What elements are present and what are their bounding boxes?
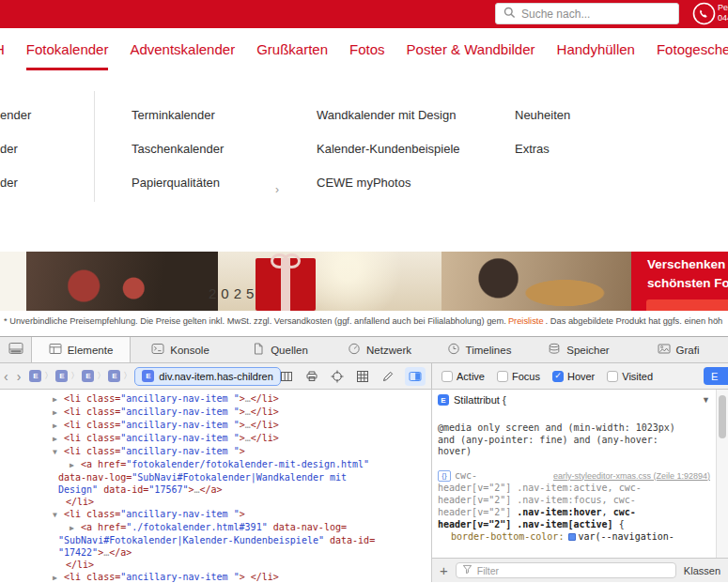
megamenu-item[interactable]: Kalender-Kundenbeispiele bbox=[317, 142, 460, 156]
media-query-line[interactable]: and (any-pointer: fine) and (any-hover: bbox=[438, 435, 710, 447]
add-rule-button[interactable]: + bbox=[440, 563, 448, 577]
pseudo-toggle-hover[interactable]: Hover bbox=[552, 371, 595, 382]
megamenu-item[interactable]: der bbox=[0, 176, 31, 190]
nav-item-poster-wandbilder[interactable]: Poster & Wandbilder bbox=[407, 28, 535, 70]
draw-icon[interactable] bbox=[379, 368, 396, 385]
breadcrumb-selected-node[interactable]: E div.nav-item.has-children bbox=[134, 367, 280, 386]
disclosure-triangle[interactable]: ▶ bbox=[53, 572, 64, 582]
columns-icon[interactable] bbox=[278, 368, 295, 385]
disclosure-triangle[interactable]: ▶ bbox=[53, 433, 64, 445]
price-list-link[interactable]: Preisliste bbox=[508, 316, 544, 326]
search-input[interactable]: Suche nach... bbox=[495, 3, 679, 24]
collapse-chevron-icon[interactable] bbox=[702, 395, 710, 405]
dom-tree-row[interactable]: "SubNavi#Fotokalender|Kalender-Kundenbei… bbox=[0, 534, 431, 546]
split-icon[interactable] bbox=[405, 367, 426, 386]
tab-timelines[interactable]: Timelines bbox=[429, 337, 529, 362]
tab-grafi[interactable]: Grafi bbox=[628, 337, 728, 362]
nav-item-handyhüllen[interactable]: Handyhüllen bbox=[557, 28, 635, 70]
disclosure-triangle[interactable]: ▶ bbox=[70, 459, 81, 471]
css-variable-swatch[interactable] bbox=[568, 533, 576, 541]
checkbox-active[interactable] bbox=[441, 371, 453, 382]
grid-icon[interactable] bbox=[354, 368, 371, 385]
css-selector-line[interactable]: header[v="2"] .nav-item:active, cwc- bbox=[438, 482, 710, 494]
element-badge[interactable]: E bbox=[82, 370, 94, 382]
inspector-second-toolbar: ‹ › E〉E〉E〉E〉 E div.nav-item.has-children… bbox=[0, 363, 728, 390]
megamenu-item[interactable]: ender bbox=[0, 108, 31, 122]
css-property-row[interactable]: border-bottom-color:var(--navigation- bbox=[438, 530, 710, 543]
dom-tree-row[interactable]: ▶<li class="ancillary-nav-item ">…</li> bbox=[0, 419, 431, 432]
print-icon[interactable] bbox=[303, 368, 320, 385]
stylesheet-source-link[interactable]: early-styleeditor-xmas.css (Zeile 1:9289… bbox=[553, 471, 710, 481]
promo-panel[interactable]: Verschenken S schönsten Fot bbox=[631, 252, 728, 311]
dom-tree-row[interactable]: data-nav-log="SubNavi#Fotokalender|Wandk… bbox=[0, 471, 431, 483]
dom-tree-row[interactable]: ▶<li class="ancillary-nav-item ">…</li> bbox=[0, 392, 431, 406]
phone-icon[interactable] bbox=[692, 2, 716, 25]
nav-item-grußkarten[interactable]: Grußkarten bbox=[256, 28, 328, 70]
pseudo-toggle-focus[interactable]: Focus bbox=[497, 371, 540, 382]
disclosure-triangle[interactable]: ▼ bbox=[53, 509, 64, 521]
dom-tree-row[interactable]: ▶<li class="ancillary-nav-item ">…</li> bbox=[0, 432, 431, 445]
classes-button[interactable]: Klassen bbox=[684, 565, 720, 576]
dom-tree-row[interactable]: ▶<li class="ancillary-nav-item "> </li> bbox=[0, 571, 431, 582]
megamenu-item[interactable]: Terminkalender bbox=[132, 108, 224, 122]
css-selector-line[interactable]: header[v="2"] .nav-item:hover, cwc- bbox=[438, 506, 710, 518]
nav-item-fotokalender[interactable]: Fotokalender bbox=[26, 28, 109, 70]
css-rule-header[interactable]: {} cwc- early-styleeditor-xmas.css (Zeil… bbox=[438, 470, 710, 482]
checkbox-visited[interactable] bbox=[607, 371, 618, 382]
dom-tree-row[interactable]: ▼<li class="ancillary-nav-item "> bbox=[0, 508, 431, 521]
dom-tree-row[interactable]: </li> bbox=[0, 496, 431, 508]
megamenu-item[interactable]: Extras bbox=[515, 142, 570, 156]
dom-tree-row[interactable]: ▼<li class="ancillary-nav-item "> bbox=[0, 445, 431, 458]
element-badge[interactable]: E bbox=[108, 370, 120, 382]
nav-item-fotogeschenke[interactable]: Fotogeschenke bbox=[657, 28, 728, 70]
dom-tree-row[interactable]: ▶<li class="ancillary-nav-item ">…</li> bbox=[0, 406, 431, 419]
dock-side-button[interactable] bbox=[0, 337, 31, 362]
tab-konsole[interactable]: Konsole bbox=[131, 337, 230, 362]
dom-tree-row[interactable]: ▶<a href="fotokalender/fotokalender-mit-… bbox=[0, 458, 431, 471]
megamenu-item[interactable]: Wandkalender mit Design bbox=[317, 108, 460, 122]
pseudo-toggle-visited[interactable]: Visited bbox=[607, 371, 653, 382]
megamenu-item[interactable]: CEWE myPhotos bbox=[317, 176, 460, 190]
promo-cta-button[interactable] bbox=[646, 299, 728, 311]
history-back-icon[interactable]: ‹ bbox=[0, 369, 17, 384]
media-query-line[interactable]: hover) bbox=[438, 446, 710, 458]
style-attribute-section[interactable]: E Stilattribut { bbox=[438, 394, 710, 406]
disclosure-triangle[interactable]: ▶ bbox=[53, 407, 64, 419]
dom-tree-row[interactable]: Design" data-id="17567">…</a> bbox=[0, 483, 431, 496]
megamenu-item[interactable]: der bbox=[0, 142, 31, 156]
target-icon[interactable] bbox=[329, 368, 346, 385]
history-forward-icon[interactable]: › bbox=[17, 369, 30, 384]
tab-speicher[interactable]: Speicher bbox=[529, 337, 628, 362]
tab-netzwerk[interactable]: Netzwerk bbox=[330, 337, 429, 362]
disclosure-triangle[interactable]: ▶ bbox=[53, 420, 64, 432]
tab-elemente[interactable]: Elemente bbox=[31, 337, 131, 362]
promo-banner[interactable]: 2025 Verschenken S schönsten Fot bbox=[0, 252, 728, 311]
disclosure-triangle[interactable]: ▶ bbox=[70, 522, 81, 534]
dom-tree-row[interactable]: "17422">…</a> bbox=[0, 546, 431, 559]
nav-item-adventskalender[interactable]: Adventskalender bbox=[130, 28, 235, 70]
code-token: class= bbox=[81, 446, 120, 456]
dom-tree-row[interactable]: </li> bbox=[0, 559, 431, 571]
panel-toggle-button[interactable]: E bbox=[704, 367, 728, 385]
pseudo-toggle-active[interactable]: Active bbox=[441, 371, 485, 382]
css-selector-line[interactable]: header[v="2"] .nav-item:focus, cwc- bbox=[438, 494, 710, 506]
nav-item-h[interactable]: H bbox=[0, 28, 5, 70]
scrollbar-thumb[interactable] bbox=[719, 395, 726, 438]
checkbox-hover[interactable] bbox=[552, 371, 564, 382]
tab-quellen[interactable]: Quellen bbox=[230, 337, 330, 362]
styles-scrollbar[interactable] bbox=[716, 390, 728, 558]
checkbox-focus[interactable] bbox=[497, 371, 508, 382]
megamenu-item[interactable]: Neuheiten bbox=[515, 108, 570, 122]
media-query-line[interactable]: @media only screen and (min-width: 1023p… bbox=[438, 422, 710, 435]
styles-panel: E Stilattribut { @media only screen and … bbox=[432, 390, 728, 582]
css-selector-line[interactable]: header[v="2"] .nav-item[active] { bbox=[438, 518, 710, 530]
nav-item-fotos[interactable]: Fotos bbox=[349, 28, 385, 70]
megamenu-item[interactable]: Papierqualitäten bbox=[132, 176, 224, 190]
megamenu-item[interactable]: Taschenkalender bbox=[132, 142, 224, 156]
element-badge[interactable]: E bbox=[55, 370, 68, 382]
element-badge[interactable]: E bbox=[29, 370, 41, 382]
style-filter-input[interactable]: Filter bbox=[456, 562, 676, 578]
disclosure-triangle[interactable]: ▶ bbox=[53, 393, 64, 406]
disclosure-triangle[interactable]: ▼ bbox=[53, 446, 64, 458]
dom-tree-row[interactable]: ▶<a href="./fotokalender.html#391" data-… bbox=[0, 521, 431, 534]
